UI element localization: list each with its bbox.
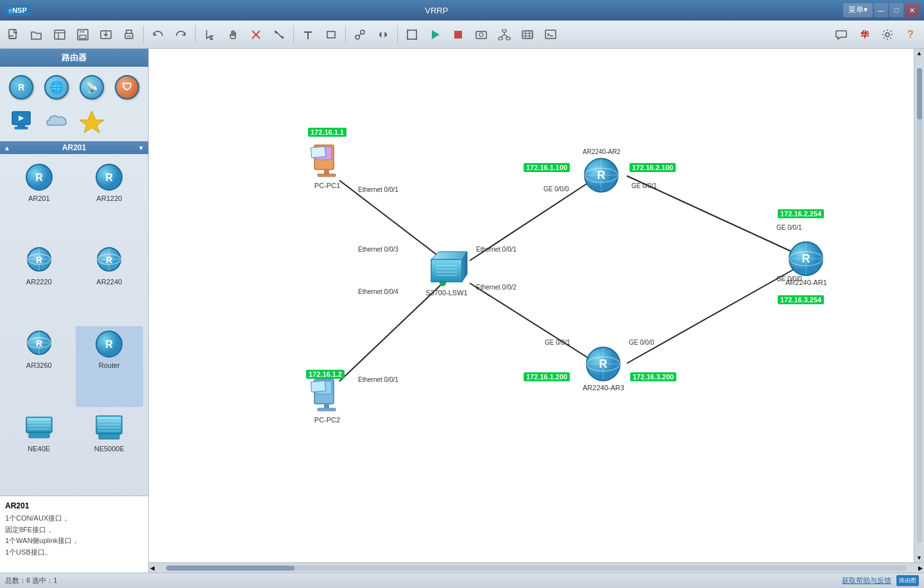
device-ne40e[interactable]: NE40E (5, 410, 73, 490)
template-button[interactable] (49, 24, 71, 46)
sep3 (293, 26, 294, 44)
help-feedback[interactable]: 获取帮助与反馈 (842, 576, 891, 585)
pc2-node[interactable]: PC-PC2 (308, 376, 346, 424)
text-button[interactable] (297, 24, 319, 46)
network-button[interactable] (493, 24, 515, 46)
select-button[interactable] (199, 24, 221, 46)
svg-line-82 (470, 283, 597, 363)
toolbar: 华 ? (0, 21, 924, 49)
sidebar-firewall-icon[interactable]: 🛡 (110, 72, 143, 103)
sidebar-pc-icon[interactable]: ▶ (5, 105, 38, 136)
svg-rect-68 (28, 422, 51, 424)
svg-rect-95 (311, 146, 325, 158)
sidebar-router-title: 路由器 (0, 49, 148, 67)
device-ar201[interactable]: R AR201 (5, 159, 73, 240)
sw1-node[interactable]: S3700-LSW1 (425, 246, 468, 297)
svg-rect-74 (98, 420, 121, 422)
svg-rect-100 (311, 381, 325, 392)
app-logo: eNSP (5, 5, 30, 15)
menu-button[interactable]: 菜单▾ (843, 3, 873, 17)
cut-button[interactable] (268, 24, 290, 46)
rect-button[interactable] (320, 24, 342, 46)
link-button[interactable] (349, 24, 371, 46)
capture-button[interactable] (470, 24, 492, 46)
ar1-node[interactable]: R AR2240-AR1 (785, 240, 827, 286)
svg-rect-76 (98, 427, 121, 429)
save-button[interactable] (72, 24, 94, 46)
svg-line-84 (627, 266, 800, 363)
redo-button[interactable] (170, 24, 192, 46)
ar2-node[interactable]: AR2240-AR2 R (583, 148, 620, 194)
ip-label-5: 172.16.1.200 (524, 372, 570, 381)
hscroll-thumb[interactable] (166, 566, 295, 571)
chat-button[interactable] (830, 24, 852, 46)
ar2-top-label: AR2240-AR2 (583, 148, 620, 155)
svg-text:R: R (597, 169, 606, 182)
scroll-down-button[interactable]: ▼ (138, 144, 144, 151)
open-button[interactable] (26, 24, 47, 46)
svg-text:▶: ▶ (19, 114, 24, 121)
vscroll-thumb[interactable] (917, 68, 922, 119)
help-button[interactable]: ? (900, 24, 921, 46)
hand-button[interactable] (222, 24, 244, 46)
vertical-scrollbar[interactable]: ▲ ▼ (914, 49, 924, 562)
maximize-button[interactable]: □ (889, 3, 903, 17)
svg-marker-102 (431, 252, 467, 259)
svg-point-17 (355, 35, 359, 39)
sw1-label: S3700-LSW1 (425, 289, 467, 297)
terminal-button[interactable] (540, 24, 561, 46)
fit-button[interactable] (401, 24, 423, 46)
sidebar-router-icon[interactable]: R (5, 72, 38, 103)
import-button[interactable] (95, 24, 117, 46)
svg-rect-69 (28, 425, 51, 427)
port-sw-eth002: Ethernet 0/0/2 (476, 284, 517, 291)
unlink-button[interactable] (372, 24, 394, 46)
port-ge000-ar3: GE 0/0/0 (629, 339, 654, 346)
sidebar-power-icon[interactable] (76, 105, 108, 136)
top-device-icons: R 🌐 📡 🛡 ▶ (0, 67, 148, 141)
pc2-label: PC-PC2 (314, 416, 340, 424)
svg-text:R: R (105, 339, 113, 350)
device-ne5000e[interactable]: NE5000E (76, 410, 144, 490)
sidebar-wireless-icon[interactable]: 📡 (76, 72, 108, 103)
device-ar2220[interactable]: R AR2220 (5, 243, 73, 324)
titlebar: eNSP VRRP 菜单▾ — □ ✕ (0, 0, 924, 21)
svg-text:R: R (36, 255, 42, 265)
pc1-node[interactable]: PC-PC1 (308, 142, 346, 189)
svg-rect-28 (506, 37, 510, 40)
settings-button[interactable] (877, 24, 898, 46)
minimize-button[interactable]: — (874, 3, 888, 17)
horizontal-scrollbar[interactable]: ◀ ▶ (149, 562, 924, 573)
port-ge001-ar3: GE 0/0/1 (545, 339, 570, 346)
svg-text:R: R (599, 358, 608, 370)
undo-button[interactable] (147, 24, 169, 46)
svg-marker-44 (80, 111, 104, 133)
new-button[interactable] (3, 24, 24, 46)
huawei-button[interactable]: 华 (853, 24, 875, 46)
port-ge001-ar1: GE 0/0/1 (776, 224, 801, 231)
device-ar2240[interactable]: R AR2240 (76, 243, 144, 324)
device-list: R AR201 R AR1220 (0, 154, 148, 496)
close-button[interactable]: ✕ (905, 3, 919, 17)
table-button[interactable] (517, 24, 538, 46)
sidebar-cloud-icon[interactable] (40, 105, 73, 136)
delete-button[interactable] (245, 24, 267, 46)
ar1-label: AR2240-AR1 (785, 279, 827, 286)
svg-line-18 (359, 33, 361, 35)
device-ar3260[interactable]: R AR3260 (5, 326, 73, 407)
svg-rect-23 (454, 31, 462, 39)
diagram-canvas[interactable]: 172.16.1.1 172.16.1.2 172.16.1.100 172.1… (149, 49, 914, 562)
ar3-node[interactable]: R AR2240-AR3 (583, 345, 624, 392)
sidebar-globe-icon[interactable]: 🌐 (40, 72, 73, 103)
stop-button[interactable] (447, 24, 469, 46)
device-ne40e-label: NE40E (28, 445, 50, 453)
scroll-up-button[interactable]: ▲ (4, 144, 10, 151)
print-button[interactable] (118, 24, 140, 46)
device-router[interactable]: R Router (76, 326, 144, 407)
svg-rect-93 (324, 170, 329, 174)
device-ar1220[interactable]: R AR1220 (76, 159, 144, 240)
svg-rect-94 (318, 174, 336, 177)
svg-rect-3 (55, 30, 65, 39)
play-button[interactable] (424, 24, 446, 46)
sep1 (143, 26, 144, 44)
